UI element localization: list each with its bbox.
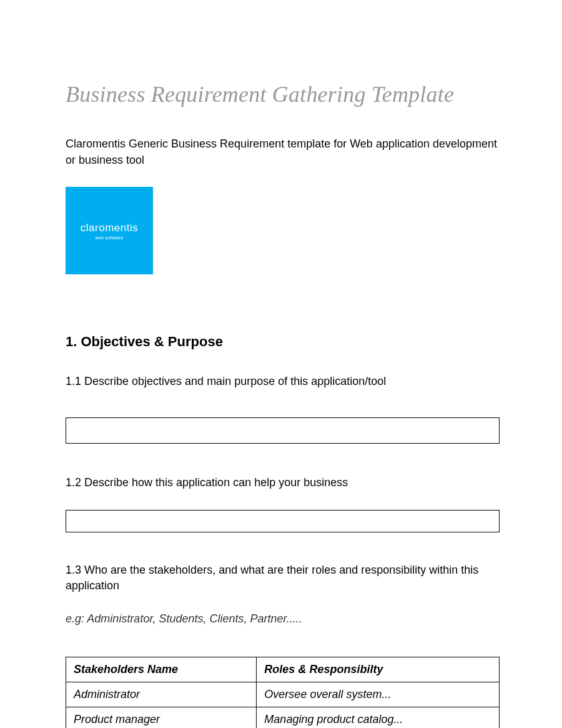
- input-box-1-1[interactable]: [66, 417, 500, 444]
- brand-logo: claromentis web software: [66, 187, 153, 274]
- cell-stakeholder-name: Product manager: [66, 707, 257, 728]
- header-roles: Roles & Responsibilty: [257, 657, 500, 682]
- cell-stakeholder-role: Oversee overall system...: [257, 682, 500, 707]
- logo-text: claromentis: [81, 222, 138, 234]
- section-1-heading: 1. Objectives & Purpose: [66, 334, 500, 350]
- table-row: Administrator Oversee overall system...: [66, 682, 500, 707]
- cell-stakeholder-name: Administrator: [66, 682, 257, 707]
- subsection-1-2: 1.2 Describe how this application can he…: [66, 475, 500, 491]
- document-title: Business Requirement Gathering Template: [66, 81, 500, 107]
- table-header-row: Stakeholders Name Roles & Responsibilty: [66, 657, 500, 682]
- input-box-1-2[interactable]: [66, 510, 500, 532]
- cell-stakeholder-role: Managing product catalog...: [257, 707, 500, 728]
- subsection-1-1: 1.1 Describe objectives and main purpose…: [66, 374, 500, 389]
- example-text: e.g: Administrator, Students, Clients, P…: [66, 612, 500, 626]
- table-row: Product manager Managing product catalog…: [66, 707, 500, 728]
- logo-subtext: web software: [96, 236, 124, 240]
- header-stakeholder-name: Stakeholders Name: [66, 657, 257, 682]
- subsection-1-3: 1.3 Who are the stakeholders, and what a…: [66, 562, 500, 594]
- intro-text: Claromentis Generic Business Requirement…: [66, 136, 500, 168]
- stakeholders-table: Stakeholders Name Roles & Responsibilty …: [66, 657, 500, 728]
